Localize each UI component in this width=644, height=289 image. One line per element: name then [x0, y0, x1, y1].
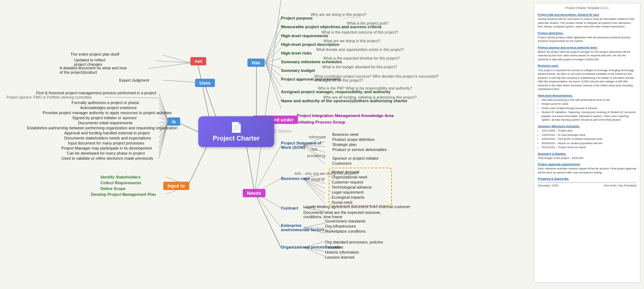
biz-5: Legal requirement: [332, 190, 364, 194]
doc-text-approval: Each milestone activities requires signe…: [538, 167, 636, 174]
is-item-3: Acknowledges project existence: [80, 105, 137, 110]
svg-line-9: [265, 38, 281, 62]
svg-line-16: [265, 62, 281, 108]
has-sponsor-sub: Who are all funding, initiating & author…: [323, 95, 417, 99]
doc-section-business: Business case:: [538, 64, 636, 68]
svg-line-21: [148, 63, 190, 69]
svg-line-33: [159, 121, 168, 143]
doc-text-2: Project should produce either applicatio…: [538, 36, 636, 43]
doc-section-approval: Project approval requirements:: [538, 162, 636, 166]
enterprise-2: Org infrastructure: [325, 224, 356, 228]
sow-ref-1: Business need: [332, 132, 358, 137]
biz-case-label: Business case: [281, 176, 310, 181]
is-item-2: Formally authorizes a project or phase: [72, 100, 139, 105]
sow-prov-1: Sponsor or project initiator: [332, 156, 379, 160]
contract-2: Documents what are the expected outcome,: [303, 210, 381, 215]
svg-line-20: [155, 61, 190, 63]
svg-line-12: [265, 62, 281, 68]
svg-line-13: [265, 62, 281, 77]
contract-3: conditions, time frame: [303, 215, 342, 219]
sow-references: references: [309, 135, 326, 139]
svg-line-29: [159, 121, 168, 123]
doc-section-objectives: Project objectives:: [538, 31, 636, 35]
svg-line-24: [159, 98, 168, 121]
has-milestones-sub: What is the expected timeline for this p…: [323, 56, 400, 60]
enterprise-3: Marketplace conditions: [325, 229, 366, 233]
has-purpose-sub: Why are we doing in this project?: [311, 12, 367, 17]
svg-line-2: [198, 63, 209, 119]
biz-2: Organizational need: [332, 175, 367, 179]
is-pmo: Project sponsor, PMO or Portfolio steeri…: [7, 95, 92, 99]
doc-hl-req-list: Fast data processing in line with perfor…: [541, 98, 636, 122]
svg-line-28: [159, 117, 168, 121]
enterprise-1: Government standards: [325, 219, 366, 223]
is-item-11: Project Manager may participate in its d…: [61, 146, 152, 150]
doc-section-milestones: Summary Milestone Schedule:: [538, 124, 636, 128]
org-1: Org standard processes, policies: [325, 240, 383, 244]
needs-branch: Needs: [243, 189, 265, 197]
not-item-2: Updated to reflectproject changes: [74, 58, 105, 66]
biz-result-of: result of: [311, 178, 324, 182]
doc-section-signature: Prepared & Signed By:: [538, 177, 636, 181]
svg-line-8: [265, 28, 281, 62]
is-item-1: First & foremost project management proc…: [36, 91, 156, 95]
svg-line-41: [255, 145, 281, 193]
svg-line-5: [246, 141, 255, 193]
svg-line-10: [265, 48, 281, 62]
doc-signature: (Gonzalez, CEO) (Tom Krish, Vice Preside…: [538, 182, 636, 188]
classified-1: Project Integration Management Knowledge…: [297, 113, 394, 118]
has-branch: Has: [247, 59, 265, 67]
sow-provided: provided by: [307, 154, 326, 158]
svg-line-19: [163, 55, 190, 63]
doc-text-4: This project is important for schools & …: [538, 69, 636, 91]
has-approval-sub2: who signs off on this project?: [314, 78, 363, 82]
uses-branch: Uses: [195, 79, 215, 87]
input-to-3: Define Scope: [100, 186, 126, 191]
sow-lists: lists: [311, 147, 317, 151]
not-branch: not: [190, 57, 206, 65]
svg-line-70: [343, 17, 361, 18]
svg-line-14: [265, 62, 281, 87]
has-budget-sub: What is the budget allocated for this pr…: [322, 65, 397, 69]
is-item-9: Documents stakeholders needs and expecta…: [64, 136, 151, 140]
doc-section-hl-req: High-level Requirements:: [538, 94, 636, 98]
svg-line-1: [204, 83, 217, 119]
biz-6: Ecological impacts: [332, 195, 364, 199]
svg-line-72: [105, 97, 159, 98]
is-item-5: Signed by project initiator or sponsor: [72, 116, 137, 120]
is-item-10: Input document for many project processe…: [68, 141, 144, 145]
svg-line-4: [188, 141, 209, 185]
is-item-8: Approval and funding handled external to…: [64, 131, 150, 135]
doc-text-3: Before the project start the project man…: [538, 50, 636, 62]
input-to-4: Develop Project Management Plan: [91, 192, 156, 197]
central-node: 📄 Project Charter: [198, 116, 274, 147]
org-2: Templates: [325, 245, 343, 249]
sow-ref-3: Strategic plan: [332, 142, 356, 147]
has-risks-sub: What threats and opportunities exists in…: [316, 47, 404, 52]
org-3: Historic information: [325, 250, 359, 254]
is-branch: Is: [168, 117, 180, 126]
input-to-branch: Input to: [163, 182, 189, 190]
doc-text-budget: Total budget of the project – $150,000: [538, 156, 636, 160]
has-objectives-sub: What is the project goal?: [347, 21, 389, 25]
classified-2: Initiating Process Group: [297, 120, 345, 124]
svg-line-60: [303, 178, 325, 204]
org-4: Lessons learned: [325, 255, 354, 259]
has-description-sub: What are we doing in this project?: [323, 39, 380, 43]
has-purpose: Project purpose: [281, 16, 313, 20]
uses-item-1: Expert Judgment: [119, 78, 149, 82]
has-requirements-sub: What is the expected outcome of this pro…: [321, 30, 398, 34]
has-risks: High-level risks: [281, 51, 312, 55]
not-item-3: A detailed document on what and howof th…: [60, 66, 127, 74]
doc-section-budget: Summary of Budget:: [538, 152, 636, 156]
is-item-6: Documents initial requirements: [78, 121, 133, 125]
document-icon: 📄: [230, 121, 243, 133]
sow-prov-2: Customers: [332, 161, 351, 165]
is-item-7: Establishes partnership between performi…: [27, 126, 177, 130]
svg-line-15: [265, 62, 281, 98]
svg-line-11: [265, 58, 281, 62]
contract-label: Contract: [281, 206, 298, 210]
biz-1: Market demand: [332, 170, 359, 174]
is-item-13: Used to validate or refine decisions mad…: [61, 156, 153, 160]
biz-4: Technological advance: [332, 185, 372, 189]
